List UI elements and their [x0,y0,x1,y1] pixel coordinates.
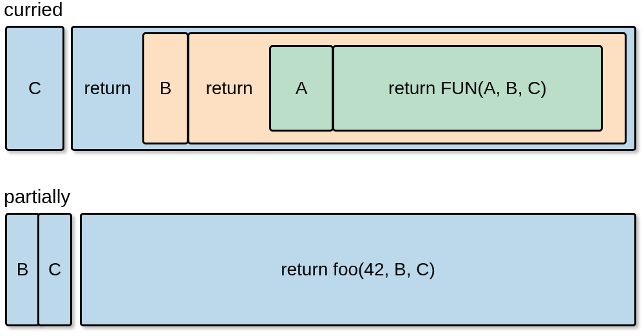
partially-label: partially [4,186,70,208]
curried-inner-param: A [269,45,334,132]
curried-outer-param: C [5,26,64,151]
partially-param-1: C [37,213,72,326]
curried-mid-param: B [142,32,189,144]
curried-inner-body: return FUN(A, B, C) [332,45,603,132]
curried-outer-param-text: C [28,78,41,99]
partially-param-0: B [5,213,40,326]
curried-mid-return: return [189,34,269,143]
curried-label: curried [4,0,63,21]
curried-mid-body: return A return FUN(A, B, C) [187,32,627,144]
curried-outer-body: return B return A return FUN(A, B, C) [71,26,636,151]
curried-outer-return: return [73,28,142,149]
partially-body: return foo(42, B, C) [80,213,636,326]
